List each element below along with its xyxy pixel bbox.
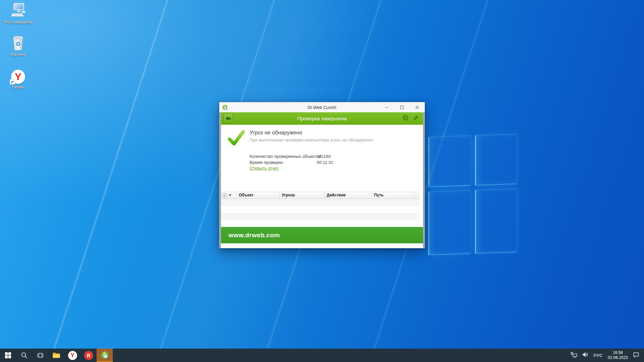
window-frame-right (423, 112, 425, 248)
stat-objects-value: 121160 (317, 154, 331, 159)
close-button[interactable] (410, 102, 425, 112)
table-row (221, 220, 420, 227)
scan-status-title: Проверка завершена (221, 112, 423, 124)
desktop-icon-label: Этот компьютер (1, 20, 35, 24)
results-table-header: Объект Угроза Действие Путь (221, 192, 420, 199)
recycle-glyph: ♻ (15, 41, 20, 47)
desktop-icon-label: Yandex (1, 85, 35, 89)
search-icon (21, 352, 28, 359)
wallpaper-window-pane (428, 135, 471, 187)
yandex-app-icon: Я (84, 351, 93, 360)
stat-duration-label: Время проверки: (250, 160, 284, 165)
success-checkmark-icon (226, 129, 246, 149)
results-table-body (221, 199, 420, 227)
desktop-icon-yandex[interactable]: Y Yandex (1, 67, 35, 89)
selection-dropdown-arrow[interactable] (229, 194, 231, 196)
desktop-icon-label: Корзина (1, 52, 35, 57)
column-header-path[interactable]: Путь (372, 192, 415, 198)
language-indicator[interactable]: РУС (593, 353, 603, 358)
column-header-spacer (415, 192, 420, 198)
yandex-browser-icon: Y (68, 351, 77, 360)
desktop-icon-this-pc[interactable]: Этот компьютер (1, 2, 35, 24)
wallpaper-windows-logo (428, 134, 517, 251)
drweb-cureit-taskbar-button[interactable] (97, 349, 113, 362)
file-explorer-button[interactable] (48, 349, 64, 362)
action-center-button[interactable] (633, 352, 639, 359)
window-titlebar: Dr.Web CureIt! (219, 102, 425, 112)
result-heading: Угроз не обнаружено (250, 130, 302, 136)
taskbar-clock[interactable]: 16:58 02.06.2023 (608, 350, 628, 360)
task-view-button[interactable] (32, 349, 48, 362)
stat-duration-value: 00:11:31 (317, 160, 333, 165)
task-view-icon (37, 352, 44, 358)
yandex-browser-icon: Y (1, 67, 35, 84)
table-row (221, 199, 420, 206)
windows-logo-icon (5, 352, 11, 358)
search-button[interactable] (16, 349, 32, 362)
open-report-link[interactable]: Открыть отчет (250, 166, 279, 171)
wallpaper-window-pane (475, 134, 517, 185)
this-pc-icon (1, 2, 35, 19)
window-footer-banner: www.drweb.com (221, 227, 423, 243)
desktop-icon-recycle-bin[interactable]: ♻ Корзина (1, 34, 35, 57)
clock-time: 16:58 (613, 350, 623, 355)
yandex-letter: Y (15, 72, 21, 82)
network-tray-icon[interactable] (571, 352, 577, 359)
start-button[interactable] (0, 349, 16, 362)
desktop-screen: Этот компьютер ♻ Корзина Y (0, 0, 644, 362)
back-arrow-icon (225, 116, 231, 121)
select-all-header-cell (221, 192, 237, 198)
minimize-button[interactable] (379, 102, 394, 112)
back-button[interactable] (223, 114, 233, 123)
file-explorer-icon (52, 352, 60, 359)
stat-objects-label: Количество проверенных объектов: (250, 154, 322, 159)
table-row (221, 206, 420, 213)
column-header-threat[interactable]: Угроза (280, 192, 325, 198)
settings-wrench-button[interactable] (413, 115, 419, 122)
column-header-object[interactable]: Объект (237, 192, 280, 198)
wrench-icon (413, 115, 419, 121)
wallpaper-window-pane (475, 188, 517, 254)
drweb-site-link[interactable]: www.drweb.com (228, 232, 280, 239)
result-description: При выполнении проверки компьютера угроз… (250, 137, 374, 142)
maximize-button[interactable] (394, 102, 410, 112)
wallpaper-window-pane (428, 190, 471, 255)
taskbar: Y Я (0, 349, 644, 362)
clock-date: 02.06.2023 (608, 355, 628, 360)
globe-icon (402, 115, 409, 121)
recycle-bin-icon: ♻ (1, 34, 35, 51)
drweb-cureit-icon (100, 351, 109, 360)
drweb-cureit-window: Dr.Web CureIt! Проверка завершена (219, 102, 425, 248)
yandex-browser-taskbar-button[interactable]: Y (64, 349, 80, 362)
action-center-icon (633, 352, 639, 358)
volume-tray-icon[interactable] (582, 352, 588, 359)
scan-result-panel: Угроз не обнаружено При выполнении прове… (221, 125, 423, 227)
table-row (221, 213, 420, 220)
language-globe-button[interactable] (402, 115, 409, 122)
column-header-action[interactable]: Действие (325, 192, 372, 198)
yandex-app-taskbar-button[interactable]: Я (80, 349, 97, 362)
shortcut-arrow-icon (10, 79, 15, 84)
select-all-checkbox[interactable] (222, 193, 227, 197)
window-bottom-strip (221, 243, 423, 248)
scan-status-header: Проверка завершена (221, 112, 423, 125)
